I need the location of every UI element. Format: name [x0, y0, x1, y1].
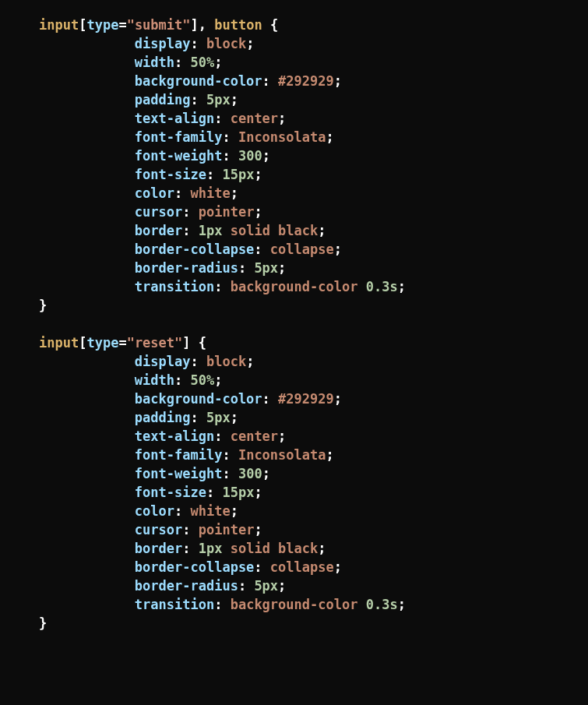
css-value: #292929 — [278, 391, 334, 407]
css-property: border — [135, 541, 182, 556]
css-property: display — [135, 36, 191, 51]
css-value: collapse — [270, 241, 334, 257]
css-value: background-color — [231, 279, 366, 294]
css-property: font-weight — [135, 466, 223, 481]
css-number: 15px — [222, 485, 254, 500]
code-block: input[type="submit"], button { display: … — [0, 0, 588, 633]
semicolon: ; — [262, 466, 270, 481]
semicolon: ; — [231, 410, 238, 425]
semicolon: ; — [246, 36, 254, 51]
css-number: 50% — [191, 372, 215, 388]
semicolon: ; — [278, 428, 286, 444]
semicolon: ; — [318, 223, 326, 238]
colon: : — [182, 223, 198, 238]
equals: = — [118, 335, 126, 351]
css-property: border — [135, 223, 182, 238]
comma: , — [199, 17, 214, 33]
semicolon: ; — [254, 485, 262, 500]
css-number: 300 — [238, 466, 262, 481]
css-value: background-color — [231, 597, 366, 612]
css-value: center — [231, 428, 278, 444]
css-property: background-color — [135, 73, 262, 89]
colon: : — [174, 185, 190, 201]
css-property: font-size — [135, 485, 206, 500]
selector-attr-value: "submit" — [127, 17, 191, 33]
css-number: 5px — [254, 260, 278, 276]
semicolon: ; — [334, 559, 342, 575]
colon: : — [174, 503, 190, 519]
colon: : — [206, 485, 222, 500]
selector-tag: input — [39, 17, 79, 33]
css-value: block — [206, 354, 246, 369]
css-property: cursor — [135, 522, 182, 538]
semicolon: ; — [334, 241, 342, 257]
css-property: font-weight — [135, 148, 223, 164]
css-property: padding — [135, 410, 191, 425]
semicolon: ; — [246, 354, 254, 369]
colon: : — [262, 391, 278, 407]
colon: : — [222, 447, 238, 463]
colon: : — [190, 36, 206, 51]
css-property: border-radius — [135, 578, 238, 594]
semicolon: ; — [214, 55, 222, 70]
colon: : — [262, 73, 278, 89]
semicolon: ; — [278, 578, 286, 594]
semicolon: ; — [334, 73, 342, 89]
css-value: Inconsolata — [238, 129, 326, 145]
css-number: 300 — [238, 148, 262, 164]
bracket-open: [ — [79, 17, 86, 33]
semicolon: ; — [334, 391, 342, 407]
colon: : — [214, 279, 230, 294]
semicolon: ; — [326, 447, 334, 463]
css-property: transition — [135, 597, 214, 612]
selector-attr-name: type — [86, 335, 118, 351]
colon: : — [222, 466, 238, 481]
css-property: width — [135, 55, 174, 70]
css-value: white — [191, 185, 231, 201]
css-number: 15px — [222, 167, 254, 182]
colon: : — [190, 354, 206, 369]
css-property: border-radius — [135, 260, 238, 276]
css-property: font-family — [135, 129, 223, 145]
selector-attr-value: "reset" — [127, 335, 183, 351]
css-property: text-align — [135, 111, 214, 126]
css-value: pointer — [199, 204, 255, 220]
semicolon: ; — [318, 541, 326, 556]
colon: : — [222, 129, 238, 145]
semicolon: ; — [254, 167, 262, 182]
semicolon: ; — [398, 597, 406, 612]
semicolon: ; — [278, 111, 286, 126]
colon: : — [214, 597, 230, 612]
css-property: width — [135, 372, 174, 388]
css-property: border-collapse — [135, 559, 255, 575]
selector-tag: button — [214, 17, 262, 33]
css-number: 5px — [206, 410, 231, 425]
css-property: font-size — [135, 167, 206, 182]
brace-close: } — [39, 298, 47, 313]
css-property: font-family — [135, 447, 223, 463]
css-property: padding — [135, 92, 191, 108]
semicolon: ; — [262, 148, 270, 164]
css-property: background-color — [135, 391, 262, 407]
css-value: block — [206, 36, 246, 51]
css-value: solid black — [231, 541, 319, 556]
brace-close: } — [39, 615, 47, 631]
css-property: cursor — [135, 204, 182, 220]
bracket-close: ] — [191, 17, 199, 33]
bracket-open: [ — [79, 335, 86, 351]
css-value: pointer — [199, 522, 255, 538]
colon: : — [206, 167, 222, 182]
semicolon: ; — [231, 503, 238, 519]
colon: : — [182, 204, 198, 220]
css-number: 0.3s — [366, 279, 398, 294]
css-number: 1px — [199, 223, 231, 238]
colon: : — [174, 372, 190, 388]
colon: : — [182, 541, 198, 556]
colon: : — [190, 410, 206, 425]
css-number: 50% — [191, 55, 215, 70]
space — [262, 17, 270, 33]
semicolon: ; — [278, 260, 286, 276]
semicolon: ; — [231, 185, 238, 201]
colon: : — [174, 55, 190, 70]
css-property: transition — [135, 279, 214, 294]
